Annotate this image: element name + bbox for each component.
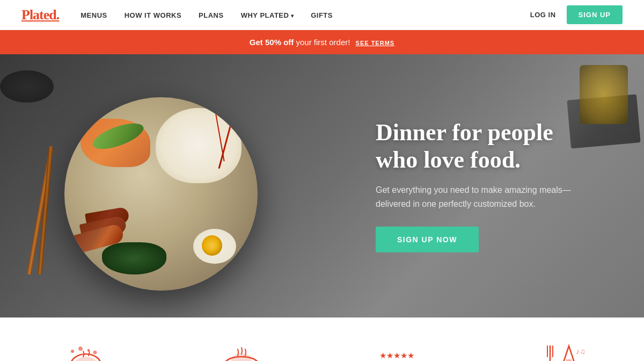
svg-point-6 xyxy=(93,350,97,354)
see-terms-link[interactable]: SEE TERMS xyxy=(356,40,395,46)
svg-point-8 xyxy=(232,354,251,362)
food-bowl xyxy=(64,97,258,291)
navigation: Plated. MENUS HOW IT WORKS PLANS WHY PLA… xyxy=(0,0,644,30)
hero-cta-button[interactable]: SIGN UP NOW xyxy=(376,227,479,252)
nav-right: LOG IN SIGN UP xyxy=(530,5,623,24)
nav-item-menus[interactable]: MENUS xyxy=(80,10,107,20)
hero-food-image xyxy=(21,65,279,317)
egg-yolk xyxy=(202,235,222,256)
feature-dinnertime: ♪♫ Dinnertime, perfected xyxy=(496,339,631,361)
svg-point-3 xyxy=(71,350,74,353)
hero-section: Dinner for people who love food. Get eve… xyxy=(0,54,644,317)
nav-item-why-plated[interactable]: WHY PLATED xyxy=(241,10,294,20)
hero-subtitle: Get everything you need to make amazing … xyxy=(376,183,601,211)
hero-content: Dinner for people who love food. Get eve… xyxy=(376,119,601,252)
pan-icon xyxy=(56,339,105,361)
logo[interactable]: Plated. xyxy=(21,7,59,23)
hands-icon xyxy=(217,339,266,361)
spinach xyxy=(102,242,166,275)
nav-item-how-it-works[interactable]: HOW IT WORKS xyxy=(125,10,181,20)
nav-item-gifts[interactable]: GIFTS xyxy=(311,10,333,20)
promo-regular-text: your first order! xyxy=(294,38,350,47)
glass-icon: ♪♫ xyxy=(539,339,588,361)
promo-bold-text: Get 50% off xyxy=(250,38,294,47)
nav-item-plans[interactable]: PLANS xyxy=(199,10,224,20)
svg-text:♪♫: ♪♫ xyxy=(576,348,586,356)
features-section: Food you'll love Flexibility you crave xyxy=(0,317,644,361)
stars-icon: ★★★★★ xyxy=(378,339,427,361)
feature-flexibility: Flexibility you crave xyxy=(174,339,309,361)
promo-banner: Get 50% off your first order! SEE TERMS xyxy=(0,30,644,54)
svg-point-4 xyxy=(78,346,83,351)
beer-glass xyxy=(580,65,628,124)
signup-button[interactable]: SIGN UP xyxy=(567,5,623,24)
svg-point-2 xyxy=(75,357,97,362)
hero-title: Dinner for people who love food. xyxy=(376,119,601,174)
rice xyxy=(156,108,241,183)
feature-food-love: Food you'll love xyxy=(13,339,148,361)
login-link[interactable]: LOG IN xyxy=(530,11,556,19)
feature-menus: ★★★★★ Menus you help design xyxy=(335,339,470,361)
nav-links: MENUS HOW IT WORKS PLANS WHY PLATED GIFT… xyxy=(80,10,530,20)
dark-bowl xyxy=(0,70,54,103)
svg-text:★★★★★: ★★★★★ xyxy=(379,351,414,360)
